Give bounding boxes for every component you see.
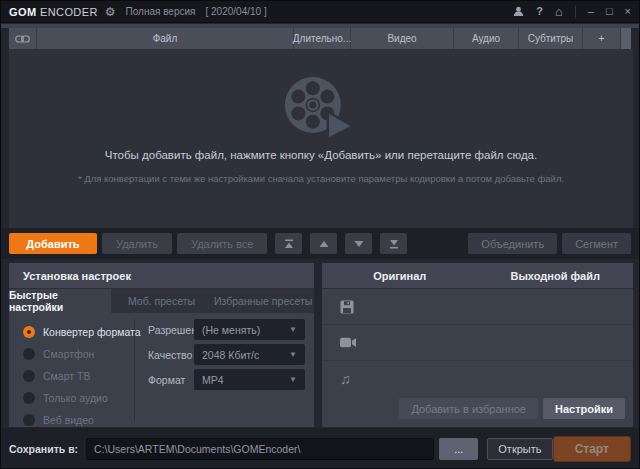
add-file-button[interactable]: Добавить [9,233,97,254]
format-field: Формат MP4 ▼ [142,369,305,390]
merge-button[interactable]: Объединить [468,233,557,254]
tab-mobile-presets[interactable]: Моб. пресеты [111,289,213,313]
lower-panels: Установка настроек Быстрые настройки Моб… [1,259,639,428]
file-icon [340,300,354,314]
move-bottom-button[interactable] [380,233,407,254]
column-header-file[interactable]: Файл [37,28,294,49]
output-panel: Оригинал Выходной файл ♫ [322,263,633,427]
version-label: Полная версия [126,6,196,17]
bottom-bar: Сохранить в: ... Открыть Старт [1,428,639,469]
output-panel-header: Оригинал Выходной файл [322,263,633,289]
chevron-down-icon: ▼ [289,350,297,359]
save-to-label: Сохранить в: [9,443,78,455]
format-select[interactable]: MP4 ▼ [194,369,305,390]
output-panel-buttons: Добавить в избранное Настройки [399,398,625,419]
user-icon[interactable] [513,6,524,17]
column-header-subtitles[interactable]: Субтитры [519,28,583,49]
file-info-row [322,289,633,325]
settings-panel: Установка настроек Быстрые настройки Моб… [9,263,314,427]
output-file-header: Выходной файл [478,270,634,282]
minimize-button[interactable]: – [588,6,594,17]
start-button[interactable]: Старт [553,436,631,462]
music-note-icon: ♫ [340,372,351,386]
titlebar: GOM ENCODER ⚙ Полная версия [ 2020/04/10… [1,1,639,23]
radio-icon [23,370,35,382]
gear-icon[interactable]: ⚙ [105,5,116,19]
titlebar-actions: ? ⌂ – □ × [513,5,631,18]
browse-button[interactable]: ... [439,438,478,460]
column-header-extra[interactable]: + [583,28,621,49]
resolution-field: Разрешение (Не менять) ▼ [142,319,305,340]
save-path-input[interactable] [86,438,434,460]
move-top-button[interactable] [275,233,302,254]
quality-select[interactable]: 2048 Кбит/с ▼ [194,344,305,365]
option-smartphone[interactable]: Смартфон [23,343,94,365]
maximize-button[interactable]: □ [606,6,613,17]
move-up-button[interactable] [310,233,337,254]
chevron-down-icon: ▼ [289,375,297,384]
titlebar-divider [575,6,576,18]
empty-list-hint: * Для конвертации с теми же настройками … [9,173,633,184]
original-header: Оригинал [322,270,478,282]
settings-button[interactable]: Настройки [543,398,625,419]
quick-settings-body: Конвертер формата Смартфон Смарт ТВ Толь… [9,313,314,427]
film-reel-icon [283,75,355,139]
radio-selected-icon [23,326,35,338]
file-drop-area[interactable]: Чтобы добавить файл, нажмите кнопку «Доб… [9,49,633,228]
link-icon [15,33,30,45]
chevron-down-icon: ▼ [289,325,297,334]
option-audio-only[interactable]: Только аудио [23,387,108,409]
resolution-select[interactable]: (Не менять) ▼ [194,319,305,340]
option-format-converter[interactable]: Конвертер формата [23,321,141,343]
help-icon[interactable]: ? [536,6,543,17]
media-info-rows: ♫ [322,289,633,397]
tab-quick-settings[interactable]: Быстрые настройки [9,289,111,313]
video-info-row [322,325,633,361]
open-folder-button[interactable]: Открыть [487,438,552,460]
close-button[interactable]: × [625,6,631,17]
app-logo: GOM ENCODER [9,6,98,18]
column-header-duration[interactable]: Длительно... [294,28,351,49]
radio-icon [23,348,35,360]
file-table-header: Файл Длительно... Видео Аудио Субтитры + [9,28,633,49]
link-column-header[interactable] [9,28,37,49]
radio-icon [23,392,35,404]
settings-tabs: Быстрые настройки Моб. пресеты Избранные… [9,289,314,313]
quality-field: Качество 2048 Кбит/с ▼ [142,344,305,365]
add-to-favorites-button[interactable]: Добавить в избранное [399,398,538,419]
segment-button[interactable]: Сегмент [562,233,631,254]
move-down-button[interactable] [345,233,372,254]
settings-panel-title: Установка настроек [9,263,314,289]
column-header-video[interactable]: Видео [351,28,454,49]
audio-info-row: ♫ [322,361,633,397]
column-header-audio[interactable]: Аудио [454,28,519,49]
gom-encoder-window: GOM ENCODER ⚙ Полная версия [ 2020/04/10… [0,0,640,469]
empty-list-title: Чтобы добавить файл, нажмите кнопку «Доб… [9,149,633,161]
video-camera-icon [340,337,356,348]
header-scroll-corner [621,28,631,49]
home-icon[interactable]: ⌂ [555,5,563,18]
remove-file-button[interactable]: Удалить [102,233,172,254]
build-date-label: [ 2020/04/10 ] [206,6,267,17]
file-toolbar: Добавить Удалить Удалить все Объединить … [1,228,639,259]
tab-favorite-presets[interactable]: Избранные пресеты [212,289,314,313]
remove-all-button[interactable]: Удалить все [177,233,267,254]
radio-icon [23,414,35,426]
option-smart-tv[interactable]: Смарт ТВ [23,365,90,387]
